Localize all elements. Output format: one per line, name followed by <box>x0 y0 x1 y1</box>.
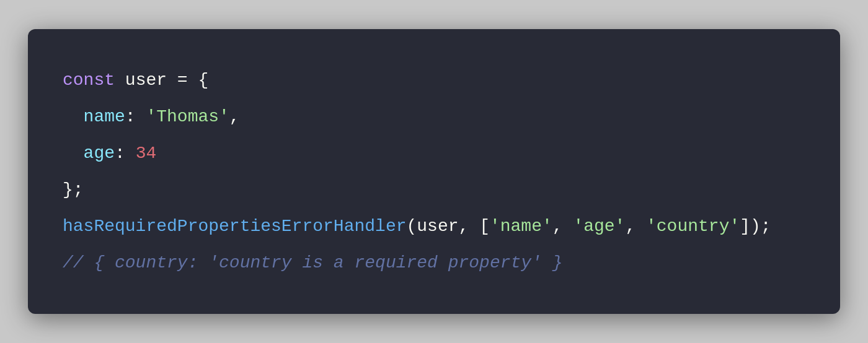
keyword-const: const <box>63 71 125 90</box>
punct-colon-2: : <box>115 144 136 163</box>
code-line-2: name: 'Thomas', <box>63 102 805 132</box>
punct-comma-2: , [ <box>459 217 490 236</box>
fn-name: hasRequiredPropertiesErrorHandler <box>63 217 407 236</box>
punct-comma-3: , <box>552 217 574 236</box>
code-line-5: hasRequiredPropertiesErrorHandler(user, … <box>63 211 805 241</box>
arr-str-name: 'name' <box>490 217 552 236</box>
punct-comma-4: , <box>625 217 646 236</box>
line-gap-2 <box>63 132 805 138</box>
code-card: const user = { name: 'Thomas', age: 34 }… <box>28 29 840 314</box>
code-line-1: const user = { <box>63 65 805 95</box>
line-gap-4 <box>63 205 805 211</box>
punct-close-bracket: ]); <box>740 217 771 236</box>
code-line-6: // { country: 'country is a required pro… <box>63 248 805 278</box>
arr-str-country: 'country' <box>646 217 740 236</box>
code-block: const user = { name: 'Thomas', age: 34 }… <box>63 65 805 278</box>
str-thomas: 'Thomas' <box>146 107 229 126</box>
punct-colon-1: : <box>125 107 146 126</box>
arg-user: user <box>417 217 458 236</box>
code-line-3: age: 34 <box>63 138 805 168</box>
comment-output: // { country: 'country is a required pro… <box>63 253 563 272</box>
punct-assign: = { <box>167 71 208 90</box>
punct-close-brace: }; <box>63 180 84 199</box>
prop-age: age <box>63 144 115 163</box>
line-gap-3 <box>63 168 805 175</box>
var-user: user <box>125 71 167 90</box>
arr-str-age: 'age' <box>573 217 625 236</box>
line-gap-5 <box>63 241 805 248</box>
punct-open-paren: ( <box>407 217 417 236</box>
code-line-4: }; <box>63 175 805 205</box>
prop-name: name <box>63 107 125 126</box>
line-gap-1 <box>63 95 805 102</box>
punct-comma-1: , <box>229 107 240 126</box>
num-34: 34 <box>136 144 157 163</box>
